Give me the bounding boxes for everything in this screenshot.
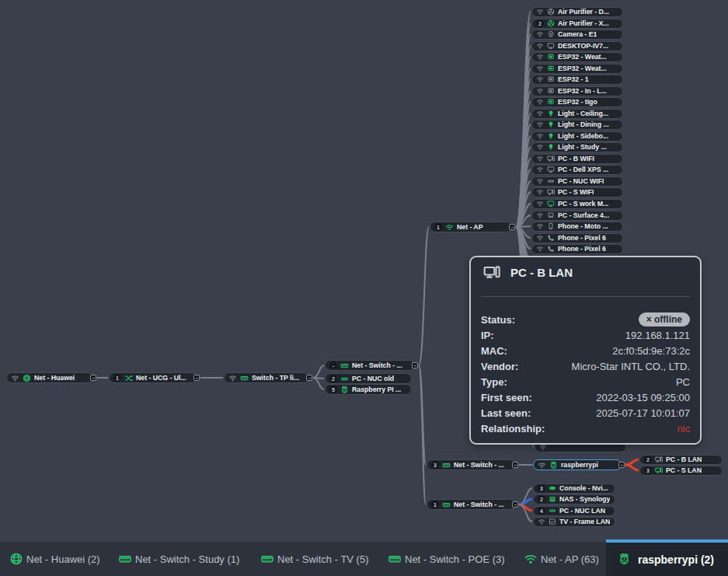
wifi-icon (536, 132, 544, 140)
node-label: Light - Dining ... (558, 120, 609, 128)
node-d7[interactable]: ESP32 - 1 (531, 75, 623, 85)
monitor-icon (547, 42, 555, 50)
node-d17[interactable]: PC - S WIFI (531, 187, 623, 197)
detail-value: 192.168.1.121 (625, 330, 690, 341)
node-d18[interactable]: PC - S work M... (531, 199, 623, 209)
connection-count-badge: 2 (538, 495, 545, 503)
monitor-icon (547, 166, 555, 173)
node-d13[interactable]: Light - Study ... (531, 142, 623, 152)
collapse-toggle[interactable] (618, 462, 625, 468)
edge (419, 227, 429, 365)
node-d19[interactable]: PC - Surface 4... (531, 211, 623, 221)
wifi-icon (538, 518, 545, 525)
globe-icon (9, 552, 23, 566)
node-d20[interactable]: Phone - Moto ... (531, 222, 623, 232)
node-label: Net - Switch - ... (454, 501, 504, 508)
node-label: NAS - Synology (559, 495, 610, 503)
node-d6[interactable]: ESP32 - Weat... (531, 64, 623, 74)
wifi-icon (536, 98, 544, 106)
node-d4[interactable]: DESKTOP-IV7... (531, 41, 623, 51)
connection-count-badge: 1 (434, 223, 442, 231)
node-nas-synology[interactable]: 2NAS - Synology (533, 494, 615, 504)
detail-label: IP: (481, 330, 494, 341)
node-d10[interactable]: Light - Ceiling... (531, 109, 623, 119)
node-d3[interactable]: Camera - E1 (531, 30, 623, 40)
node-d5[interactable]: ESP32 - Weat... (531, 52, 623, 62)
tab-label: Net - Switch - Study (1) (135, 553, 239, 565)
node-net-switch-3[interactable]: 3Net - Switch - ... (427, 459, 515, 470)
detail-row: Status:× offline (481, 312, 690, 327)
node-d16[interactable]: PC - NUC WIFI (531, 176, 623, 187)
wifi-icon (11, 374, 19, 382)
tab-net-huawei-2-[interactable]: Net - Huawei (2) (9, 542, 100, 576)
wifi-icon (536, 8, 544, 16)
node-pc-nuc-lan[interactable]: 4PC - NUC LAN (533, 506, 615, 516)
wifi-icon (536, 234, 544, 242)
collapse-toggle[interactable] (193, 375, 200, 381)
detail-label: First seen: (481, 392, 532, 403)
tab-raspberrypi[interactable]: raspberrypi (2) (606, 539, 728, 576)
tab-label: Net - Switch - TV (5) (277, 553, 369, 565)
node-label: PC - S WIFI (558, 188, 594, 196)
connection-count-badge: 2 (644, 456, 652, 463)
node-d2[interactable]: 2Air Purifier - X... (531, 19, 623, 29)
node-pc-nuc-old[interactable]: 2PC - NUC old (325, 373, 412, 384)
tab-net-ap-63-[interactable]: Net - AP (63) (524, 542, 599, 576)
tab-net-switch-study-1-[interactable]: Net - Switch - Study (1) (118, 542, 239, 576)
detail-value: nic (677, 423, 690, 435)
collapse-toggle[interactable] (509, 224, 515, 230)
node-d1[interactable]: Air Purifier - D... (531, 7, 623, 17)
collapse-toggle[interactable] (306, 375, 312, 381)
nas-icon (549, 495, 556, 503)
node-d14[interactable]: PC - B WIFI (531, 154, 623, 164)
node-tv-frame-lan[interactable]: TV - Frame LAN (533, 517, 615, 527)
collapse-toggle[interactable] (412, 362, 418, 368)
node-raspberrypi[interactable]: raspberrypi (533, 459, 622, 470)
shuffle-icon (124, 374, 133, 382)
node-net-switch-1[interactable]: 1Net - Switch - ... (427, 499, 515, 510)
node-d9[interactable]: ESP32 - tIgo (531, 97, 623, 107)
switch-icon (240, 374, 249, 382)
handset-icon (547, 245, 555, 253)
wifi-icon (538, 461, 546, 470)
detail-row: Vendor:Micro-Star INTL CO., LTD. (481, 358, 690, 374)
node-label: ESP32 - Weat... (558, 65, 607, 72)
collapse-toggle[interactable] (512, 501, 518, 508)
raspberry-icon (549, 461, 558, 470)
node-pc-s-lan[interactable]: 3PC - S LAN (639, 466, 723, 476)
tab-net-switch-tv-5-[interactable]: Net - Switch - TV (5) (260, 542, 369, 576)
camera-icon (547, 30, 555, 38)
node-raspberry-pi-2[interactable]: 5Raspberry PI ... (325, 384, 412, 395)
raspberry-icon (618, 553, 631, 566)
node-net-ucg[interactable]: 1Net - UCG - Ul... (109, 372, 197, 383)
wifi-icon (536, 42, 544, 50)
wifi-icon (536, 222, 544, 230)
node-pc-b-lan[interactable]: 2PC - B LAN (639, 455, 723, 465)
device-detail-popup: PC - B LAN Status:× offlineIP:192.168.1.… (469, 256, 702, 445)
tab-label: Net - Huawei (2) (26, 553, 100, 565)
node-d22[interactable]: Phone - Pixel 6 (531, 244, 623, 254)
node-d12[interactable]: Light - Sidebo... (531, 131, 623, 141)
node-d21[interactable]: Phone - Pixel 6 (531, 233, 623, 243)
node-net-switch-study[interactable]: -Net - Switch - ... (325, 360, 415, 371)
collapse-toggle[interactable] (90, 375, 96, 381)
node-net-ap[interactable]: 1Net - AP (430, 222, 512, 232)
detail-label: Status: (481, 314, 515, 326)
nuc-icon (547, 177, 555, 185)
connection-count-badge: 3 (644, 466, 652, 474)
edge (419, 365, 426, 504)
node-console-nvi[interactable]: 3Console - Nvi... (533, 483, 615, 494)
tab-net-switch-poe-3-[interactable]: Net - Switch - POE (3) (388, 542, 505, 576)
detail-row: Last seen:2025-07-17 10:01:07 (481, 405, 690, 421)
node-net-huawei[interactable]: Net - Huawei (6, 372, 93, 383)
collapse-toggle[interactable] (512, 462, 518, 468)
node-switch-tp[interactable]: Switch - TP li... (224, 372, 309, 383)
node-label: Phone - Moto ... (558, 222, 608, 230)
node-d15[interactable]: PC - Dell XPS ... (531, 165, 623, 175)
frame-icon (549, 518, 556, 525)
node-d11[interactable]: Light - Dining ... (531, 120, 623, 130)
node-label: Net - Switch - ... (454, 461, 504, 469)
nuc-icon (340, 375, 349, 383)
node-d8[interactable]: ESP32 - In - L... (531, 86, 623, 96)
node-label: Light - Sidebo... (558, 132, 608, 140)
